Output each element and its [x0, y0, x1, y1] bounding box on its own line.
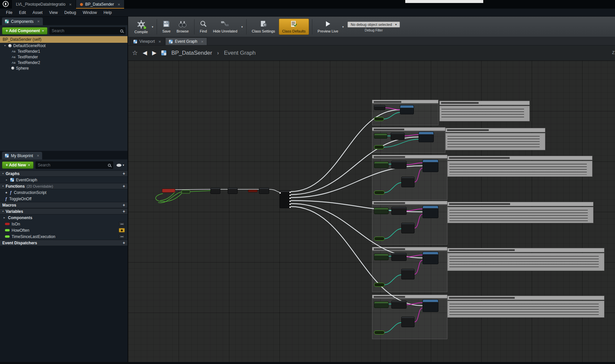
menu-item-view[interactable]: View: [46, 10, 61, 15]
components-self-row[interactable]: BP_DataSender (self): [0, 36, 127, 43]
compile-button[interactable]: Compile: [131, 19, 151, 35]
tree-row[interactable]: Aa TextRender2: [0, 60, 127, 65]
close-icon[interactable]: ×: [118, 2, 120, 7]
graph-node-blue[interactable]: [423, 299, 438, 312]
add-component-button[interactable]: + Add Component ▾: [2, 27, 47, 34]
event-dispatchers-section-header[interactable]: Event Dispatchers +: [0, 240, 127, 246]
graph-node-dark[interactable]: [228, 188, 238, 194]
exec-pin[interactable]: [289, 192, 291, 193]
collapse-arrow-icon[interactable]: ▾: [2, 210, 4, 213]
eventgraph-row[interactable]: ▸ EventGraph: [0, 177, 127, 183]
exec-pin[interactable]: [279, 192, 281, 194]
graph-node-green[interactable]: [374, 161, 389, 168]
eye-icon[interactable]: [119, 228, 125, 232]
close-icon[interactable]: ×: [69, 2, 72, 7]
visibility-filter-button[interactable]: ▾: [115, 163, 125, 167]
graph-node-dark[interactable]: [391, 161, 407, 169]
graph-node-green[interactable]: [374, 133, 387, 139]
add-event-dispatcher-button[interactable]: +: [122, 240, 125, 245]
graph-node-dark[interactable]: [391, 301, 407, 309]
favorite-star-icon[interactable]: ☆: [132, 49, 138, 57]
graph-node-dark[interactable]: [401, 317, 415, 327]
menu-item-help[interactable]: Help: [100, 10, 115, 15]
components-variable-group[interactable]: ▸ Components: [0, 214, 127, 221]
menu-item-file[interactable]: File: [3, 10, 16, 15]
add-variable-button[interactable]: +: [122, 209, 125, 214]
graph-node-blue[interactable]: [423, 206, 438, 218]
eye-icon[interactable]: [119, 234, 125, 239]
components-search-box[interactable]: [49, 27, 125, 34]
graph-node-green[interactable]: [374, 208, 389, 214]
components-search-input[interactable]: [52, 29, 120, 33]
graph-node-dark[interactable]: [401, 269, 415, 279]
myblueprint-search-box[interactable]: [36, 161, 114, 169]
graph-node-pill[interactable]: [374, 283, 385, 287]
exec-pin[interactable]: [289, 204, 291, 205]
graph-node-pill[interactable]: [374, 117, 384, 121]
graph-node-dark[interactable]: [391, 133, 405, 140]
chevron-down-icon[interactable]: ▾: [151, 25, 154, 29]
event-graph-tab[interactable]: Event Graph ×: [165, 37, 207, 45]
add-graph-button[interactable]: +: [122, 171, 125, 176]
graph-node-pill[interactable]: [374, 191, 385, 195]
variables-section-header[interactable]: ▾ Variables +: [0, 208, 127, 214]
expand-arrow-icon[interactable]: ▸: [3, 216, 6, 219]
graph-node-pill[interactable]: [374, 331, 385, 334]
tree-row[interactable]: Aa TextRender1: [0, 48, 127, 54]
debug-object-dropdown[interactable]: No debug object selected ▾: [347, 22, 400, 28]
expand-arrow-icon[interactable]: ▾: [3, 44, 7, 47]
graph-node-green[interactable]: [374, 301, 389, 308]
add-macro-button[interactable]: +: [122, 203, 125, 208]
graph-node-dark[interactable]: [374, 105, 385, 110]
graph-node-darkred[interactable]: [248, 190, 258, 192]
variable-row[interactable]: IsOn: [0, 221, 127, 227]
graph-node-dark[interactable]: [391, 253, 407, 261]
graph-node-green[interactable]: [374, 254, 389, 260]
back-arrow-icon[interactable]: ◀: [143, 49, 147, 56]
class-defaults-button[interactable]: Class Defaults: [279, 19, 309, 35]
graph-node-dark[interactable]: [391, 207, 407, 215]
variable-row[interactable]: TimeSinceLastExecution: [0, 233, 127, 240]
find-button[interactable]: Find: [197, 19, 210, 34]
graphs-section-header[interactable]: ▾ Graphs +: [0, 170, 127, 177]
close-icon[interactable]: ×: [158, 39, 161, 44]
exec-pin[interactable]: [289, 195, 291, 196]
exec-pin[interactable]: [289, 201, 291, 202]
menu-item-edit[interactable]: Edit: [16, 10, 29, 15]
chevron-down-icon[interactable]: ▾: [341, 25, 345, 29]
preview-live-button[interactable]: Preview Live: [315, 19, 341, 34]
graph-node-blue[interactable]: [419, 132, 434, 142]
tab-bp-datasender[interactable]: BP_DataSender ×: [76, 0, 124, 9]
graph-node-dark[interactable]: [210, 188, 220, 194]
chevron-down-icon[interactable]: ▾: [240, 25, 244, 29]
add-new-button[interactable]: + Add New ▾: [2, 161, 34, 169]
expand-arrow-icon[interactable]: ▸: [5, 178, 8, 181]
breadcrumb-root[interactable]: BP_DataSender: [171, 50, 212, 56]
add-function-button[interactable]: +: [122, 184, 125, 189]
tab-level-asset[interactable]: LVL_PixotopeDataIntegratio ×: [12, 0, 76, 9]
menu-item-debug[interactable]: Debug: [61, 10, 79, 15]
event-graph-canvas[interactable]: [128, 61, 615, 362]
graph-node-pill[interactable]: [374, 145, 384, 149]
browse-button[interactable]: Browse: [174, 19, 192, 34]
tree-row[interactable]: Aa TextRender: [0, 54, 127, 60]
collapse-arrow-icon[interactable]: ▾: [2, 172, 4, 175]
graph-node-pill[interactable]: [374, 237, 385, 241]
sequence-node[interactable]: [279, 190, 291, 208]
graph-node-dark[interactable]: [259, 188, 269, 194]
graph-node-greenish[interactable]: [182, 190, 190, 194]
collapse-arrow-icon[interactable]: ▾: [2, 185, 4, 188]
menu-item-asset[interactable]: Asset: [29, 10, 46, 15]
macros-section-header[interactable]: Macros +: [0, 202, 127, 208]
variable-row[interactable]: HowOften: [0, 227, 127, 233]
eye-icon[interactable]: [119, 222, 125, 226]
forward-arrow-icon[interactable]: ▶: [152, 49, 156, 56]
viewport-tab[interactable]: Viewport ×: [130, 37, 165, 45]
graph-node-blue[interactable]: [423, 252, 438, 264]
exec-pin[interactable]: [289, 198, 291, 199]
close-icon[interactable]: ×: [37, 153, 39, 158]
graph-node-dark[interactable]: [401, 177, 415, 187]
function-row-toggleonoff[interactable]: ƒ ToggleOnOff: [0, 196, 127, 202]
class-settings-button[interactable]: Class Settings: [249, 19, 278, 34]
save-button[interactable]: Save: [159, 19, 174, 34]
